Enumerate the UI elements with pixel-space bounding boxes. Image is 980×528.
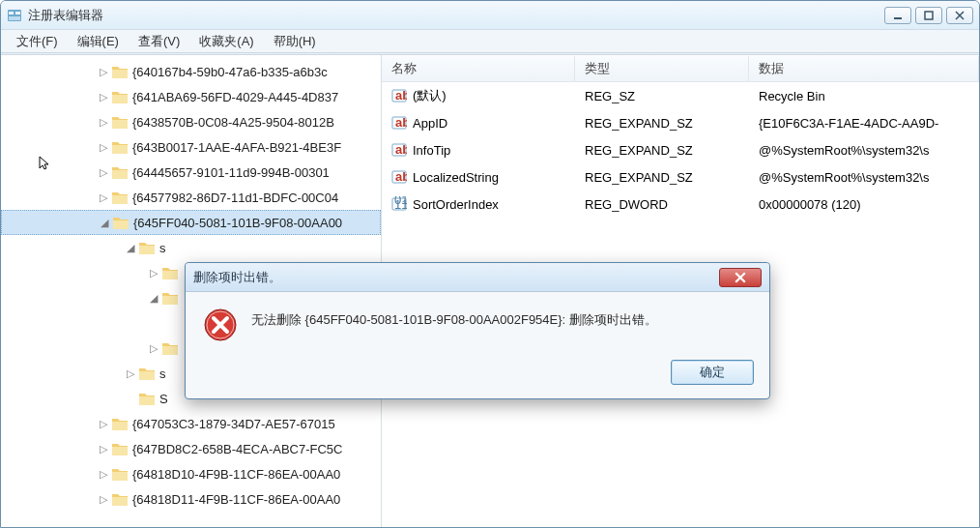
menu-help[interactable]: 帮助(H)	[264, 31, 326, 52]
error-icon	[203, 308, 238, 342]
dialog-body: 无法删除 {645FF040-5081-101B-9F08-00AA002F95…	[186, 292, 769, 352]
tree-row[interactable]: ▷{64818D10-4F9B-11CF-86EA-00AA0	[1, 461, 381, 486]
tree-toggle-icon[interactable]: ▷	[98, 141, 109, 154]
folder-icon	[111, 190, 129, 205]
folder-icon	[138, 240, 156, 255]
dialog-titlebar[interactable]: 删除项时出错。	[186, 263, 769, 292]
tree-item-label: {647BD8C2-658B-4ECA-ABC7-FC5C	[132, 442, 342, 456]
tree-toggle-icon[interactable]: ▷	[98, 66, 109, 78]
list-row[interactable]: abLocalizedStringREG_EXPAND_SZ@%SystemRo…	[382, 163, 979, 191]
tree-item-label: {64445657-9101-11d9-994B-00301	[132, 165, 330, 180]
tree-toggle-icon[interactable]	[125, 393, 136, 404]
tree-row[interactable]: ▷{640167b4-59b0-47a6-b335-a6b3c	[1, 59, 381, 84]
tree-toggle-icon[interactable]: ▷	[98, 116, 109, 129]
folder-icon	[161, 290, 179, 306]
tree-toggle-icon[interactable]: ▷	[98, 493, 109, 506]
dialog-button-row: 确定	[186, 352, 769, 398]
list-row[interactable]: ab(默认)REG_SZRecycle Bin	[382, 82, 979, 109]
value-type: REG_SZ	[575, 85, 749, 107]
tree-row[interactable]: ◢{645FF040-5081-101B-9F08-00AA00	[1, 210, 381, 235]
folder-icon	[111, 64, 129, 79]
window-title: 注册表编辑器	[28, 7, 103, 24]
tree-row[interactable]: ▷{643B0017-1AAE-4AFA-B921-4BE3F	[1, 134, 381, 160]
menu-view[interactable]: 查看(V)	[129, 31, 189, 52]
tree-row[interactable]: ▷{647053C3-1879-34D7-AE57-67015	[1, 411, 381, 436]
col-header-type[interactable]: 类型	[575, 56, 749, 81]
tree-item-label: {641ABA69-56FD-4029-A445-4D837	[132, 90, 338, 104]
folder-icon	[111, 441, 129, 456]
svg-rect-5	[925, 12, 933, 19]
tree-toggle-icon[interactable]: ◢	[99, 217, 110, 229]
tree-toggle-icon[interactable]: ◢	[148, 292, 159, 305]
folder-icon	[111, 89, 129, 104]
tree-row[interactable]: ▷{641ABA69-56FD-4029-A445-4D837	[1, 84, 381, 109]
folder-icon	[138, 391, 156, 406]
tree-toggle-icon[interactable]: ▷	[98, 91, 109, 103]
value-name-cell: ab(默认)	[382, 83, 575, 108]
list-row[interactable]: 011110SortOrderIndexREG_DWORD0x00000078 …	[382, 191, 979, 218]
list-row[interactable]: abAppIDREG_EXPAND_SZ{E10F6C3A-F1AE-4ADC-…	[382, 109, 979, 136]
tree-row[interactable]: ▷{6438570B-0C08-4A25-9504-8012B	[1, 109, 381, 134]
main-window: 注册表编辑器 文件(F) 编辑(E) 查看(V) 收藏夹(A) 帮助(H) ▷{…	[0, 0, 980, 528]
tree-item-label: {64818D11-4F9B-11CF-86EA-00AA0	[132, 492, 340, 507]
svg-text:ab: ab	[395, 88, 407, 103]
value-data: {E10F6C3A-F1AE-4ADC-AA9D-	[749, 112, 979, 134]
tree-item-label: {640167b4-59b0-47a6-b335-a6b3c	[132, 65, 328, 79]
tree-toggle-icon[interactable]: ▷	[148, 342, 159, 355]
tree-toggle-icon[interactable]: ▷	[98, 418, 109, 430]
svg-text:ab: ab	[395, 142, 407, 157]
tree-toggle-icon[interactable]: ▷	[98, 191, 109, 204]
tree-toggle-icon[interactable]: ▷	[98, 468, 109, 481]
tree-row[interactable]: ▷{64577982-86D7-11d1-BDFC-00C04	[1, 185, 381, 210]
value-type: REG_DWORD	[575, 193, 749, 216]
svg-text:ab: ab	[395, 169, 407, 184]
value-name-cell: abLocalizedString	[382, 165, 575, 189]
value-type: REG_EXPAND_SZ	[575, 112, 749, 134]
dialog-ok-button[interactable]: 确定	[671, 360, 754, 385]
minimize-button[interactable]	[884, 7, 911, 24]
tree-toggle-icon[interactable]: ▷	[98, 443, 109, 455]
value-name: InfoTip	[413, 143, 450, 158]
tree-row[interactable]: ◢s	[1, 235, 381, 260]
maximize-button[interactable]	[915, 7, 942, 24]
value-type-icon: 011110	[391, 196, 407, 212]
menu-file[interactable]: 文件(F)	[7, 31, 68, 52]
tree-item-label: s	[159, 241, 166, 255]
tree-item-label: {643B0017-1AAE-4AFA-B921-4BE3F	[132, 140, 341, 155]
tree-row[interactable]: ▷{64818D11-4F9B-11CF-86EA-00AA0	[1, 486, 381, 512]
value-type: REG_EXPAND_SZ	[575, 139, 749, 161]
svg-rect-4	[894, 17, 902, 19]
value-data: @%SystemRoot%\system32\s	[749, 139, 979, 161]
tree-toggle-icon[interactable]: ▷	[98, 166, 109, 179]
col-header-name[interactable]: 名称	[382, 56, 575, 81]
folder-icon	[138, 366, 156, 381]
svg-rect-1	[9, 12, 14, 15]
list-row[interactable]: abInfoTipREG_EXPAND_SZ@%SystemRoot%\syst…	[382, 136, 979, 163]
dialog-close-button[interactable]	[719, 268, 762, 287]
value-name: SortOrderIndex	[413, 197, 499, 212]
tree-item-label: {64577982-86D7-11d1-BDFC-00C04	[132, 191, 338, 205]
tree-toggle-icon[interactable]: ◢	[125, 242, 136, 254]
value-type-icon: ab	[391, 88, 407, 103]
tree-toggle-icon[interactable]	[171, 317, 183, 329]
list-header: 名称 类型 数据	[382, 55, 979, 82]
folder-icon	[111, 491, 129, 507]
tree-toggle-icon[interactable]: ▷	[148, 267, 159, 279]
value-name: (默认)	[413, 87, 447, 104]
value-type-icon: ab	[391, 142, 407, 158]
svg-text:ab: ab	[395, 115, 407, 130]
tree-row[interactable]: ▷{64445657-9101-11d9-994B-00301	[1, 160, 381, 185]
close-button[interactable]	[946, 7, 973, 24]
menu-edit[interactable]: 编辑(E)	[68, 31, 129, 52]
titlebar[interactable]: 注册表编辑器	[1, 1, 979, 30]
tree-row[interactable]: ▷{647BD8C2-658B-4ECA-ABC7-FC5C	[1, 436, 381, 461]
tree-toggle-icon[interactable]: ▷	[125, 367, 136, 380]
value-data: Recycle Bin	[749, 85, 979, 107]
dialog-title-text: 删除项时出错。	[193, 269, 281, 286]
col-header-data[interactable]: 数据	[749, 56, 979, 81]
menu-favorites[interactable]: 收藏夹(A)	[189, 31, 263, 52]
folder-icon	[111, 466, 129, 482]
value-type: REG_EXPAND_SZ	[575, 166, 749, 189]
tree-item-label: {6438570B-0C08-4A25-9504-8012B	[132, 115, 334, 130]
value-name-cell: abAppID	[382, 111, 575, 134]
